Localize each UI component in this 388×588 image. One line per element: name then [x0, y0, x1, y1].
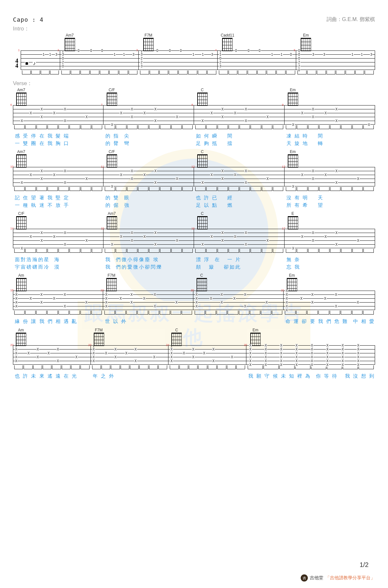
lyric: 忘 我 [285, 263, 375, 271]
measure-12: 12 C XXXX XXXX 也 許 已 經 足 以 點 燃 [194, 150, 285, 209]
lyric: 足 以 點 燃 [194, 202, 285, 209]
measure-23: 23 F7M XXXX XXXX XXX 年 之 外 [91, 328, 169, 380]
lyric: 顛 簸 卻如此 [194, 263, 285, 271]
lyric: 感 受 停 在 我 髮 端 [13, 132, 103, 140]
measure-17: 17 E XXXX XXXX 無 奈 忘 我 [285, 211, 375, 271]
lyric: 凍 結 時 間 [285, 132, 375, 140]
measure-22: 22 Am XXXX XXXX XXX 也 許 未 來 遙 遠 在 光 [13, 328, 91, 380]
lyric: 的 指 尖 [103, 132, 194, 140]
lyric: 天 旋 地 轉 [285, 140, 375, 147]
lyric: 無 奈 [285, 256, 375, 263]
measure-20: 20 C XXXX XXXX XXX [193, 273, 284, 325]
section-verse: Verse： [13, 80, 375, 87]
lyric: 命 運 卻 要 我 們 危 難 中 相 愛 [284, 318, 375, 325]
measure-16: 16 C XXXX XXXX 漂 浮 在 一 片 顛 簸 卻如此 [194, 211, 285, 271]
measure-5: 5 Em 000220 33 113 [296, 33, 375, 77]
measure-14: 14 C/F XXXX XXXX 面對浩瀚的星 海 宇宙磅礴而冷 漠 [13, 211, 103, 271]
system-intro: 44 1 ■ ♪ 1 1 3 2 Am7 3020 [13, 33, 375, 77]
measure-11: 11 C/F XXXX XXXX 的 雙 眼 的 倔 強 [103, 150, 194, 209]
lyric: 也 許 已 經 [194, 194, 285, 202]
footer-tagline: 「吉他譜教學分享平台」 [325, 575, 375, 581]
footer: 吉 吉他堂 「吉他譜教學分享平台」 [301, 574, 375, 582]
lyric: 我 願 守 候 未 知 裡 為 你 等 待 我 沒 想 到 [246, 372, 375, 380]
system-verse-2: 10 Am7 XXXX XXXX 記 住 望 著 我 堅 定 一 種 執 迷 不… [13, 150, 375, 209]
measure-19: 19 F7M XXXX XXXX XXX 世 以 外 [103, 273, 193, 325]
time-signature: 44 [13, 50, 21, 77]
system-verse-4: 18 Am XXXX XXXX XXX 緣 份 讓 我 們 相 遇 亂 19 F… [13, 273, 375, 325]
measure-25: 25 Em XXXXXX XXXXXX XXXXXX XXXXXX XXXXXX… [246, 328, 375, 380]
lyric: 的 臂 彎 [103, 140, 194, 147]
section-intro: Intro： [13, 25, 375, 32]
system-verse-1: 6 Am7 XXXX XXXX 感 受 停 在 我 髮 端 一 雙 圈 在 我 … [13, 88, 375, 147]
measure-8: 8 C XXXX XXXX 如 何 瞬 間 足 夠 抵 擋 [194, 88, 285, 147]
header: Capo : 4 詞曲：G.E.M. 鄧紫棋 [13, 16, 375, 23]
system-verse-3: 14 C/F XXXX XXXX 面對浩瀚的星 海 宇宙磅礴而冷 漠 15 Am… [13, 211, 375, 271]
lyric: 所 有 希 望 [285, 202, 375, 209]
capo-label: Capo : 4 [13, 16, 44, 23]
lyric: 的 雙 眼 [103, 194, 194, 202]
lyric: 我 們的愛微小卻閃爍 [103, 263, 194, 271]
measure-24: 24 C XXXX XXXX XXX [168, 328, 246, 380]
lyric: 足 夠 抵 擋 [194, 140, 285, 147]
lyric: 年 之 外 [91, 372, 169, 380]
measure-4: 4 Cadd11 1023 000 110 [218, 33, 296, 77]
measure-21: 21 Em XXXXXX XXXX XXX 命 運 卻 要 我 們 危 難 中 … [284, 273, 375, 325]
lyric: 世 以 外 [103, 318, 193, 325]
lyric: 一 雙 圈 在 我 胸 口 [13, 140, 103, 147]
system-verse-5: 22 Am XXXX XXXX XXX 也 許 未 來 遙 遠 在 光 23 F… [13, 328, 375, 380]
lyric: 宇宙磅礴而冷 漠 [13, 263, 103, 271]
measure-6: 6 Am7 XXXX XXXX 感 受 停 在 我 髮 端 一 雙 圈 在 我 … [13, 88, 103, 147]
measure-15: 15 Am7 XXXX XXXX 我 們微小得像塵 埃 我 們的愛微小卻閃爍 [103, 211, 194, 271]
lyric: 漂 浮 在 一 片 [194, 256, 285, 263]
measure-2: 2 Am7 3020 000 113 [60, 33, 139, 77]
page-number: 1/2 [360, 561, 369, 569]
footer-name: 吉他堂 [310, 575, 323, 581]
footer-logo-icon: 吉 [301, 574, 308, 582]
measure-1-pickup: 1 ■ ♪ 1 1 3 [21, 33, 60, 77]
lyric: 一 種 執 迷 不 放 手 [13, 202, 103, 209]
measure-7: 7 C/F XXXX XXXX 的 指 尖 的 臂 彎 [103, 88, 194, 147]
lyric: 如 何 瞬 間 [194, 132, 285, 140]
lyric: 也 許 未 來 遙 遠 在 光 [13, 372, 91, 380]
measure-13: 13 Em XXXX XXXX 沒 有 明 天 所 有 希 望 [285, 150, 375, 209]
lyric: 面對浩瀚的星 海 [13, 256, 103, 263]
measure-18: 18 Am XXXX XXXX XXX 緣 份 讓 我 們 相 遇 亂 [13, 273, 103, 325]
lyric: 記 住 望 著 我 堅 定 [13, 194, 103, 202]
measure-3: 3 F7M 3223 000 113 [139, 33, 218, 77]
lyric: 我 們微小得像塵 埃 [103, 256, 194, 263]
measure-10: 10 Am7 XXXX XXXX 記 住 望 著 我 堅 定 一 種 執 迷 不… [13, 150, 103, 209]
lyric: 沒 有 明 天 [285, 194, 375, 202]
credits: 詞曲：G.E.M. 鄧紫棋 [327, 16, 375, 23]
measure-9: 9 Em XXXX XXXX 凍 結 時 間 天 旋 地 轉 [285, 88, 375, 147]
lyric: 緣 份 讓 我 們 相 遇 亂 [13, 318, 103, 325]
lyric: 的 倔 強 [103, 202, 194, 209]
